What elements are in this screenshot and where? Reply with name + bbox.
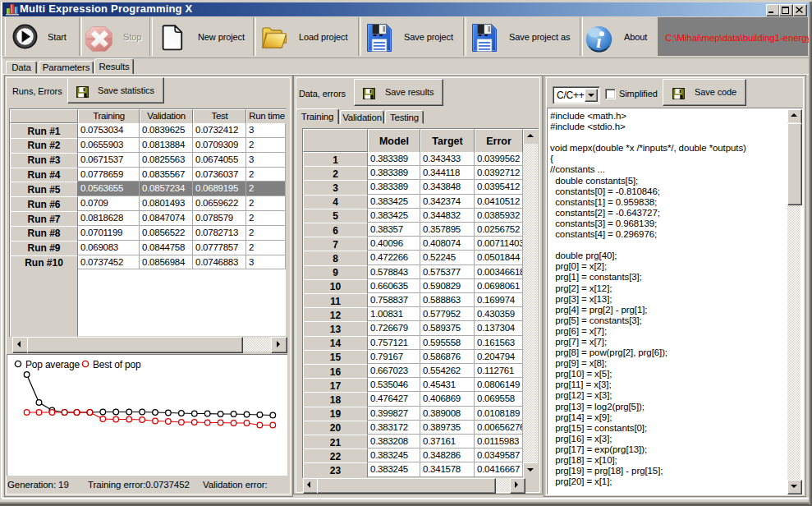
svg-text:Pop average: Pop average [25,359,80,370]
svg-text:Best of pop: Best of pop [93,359,141,370]
